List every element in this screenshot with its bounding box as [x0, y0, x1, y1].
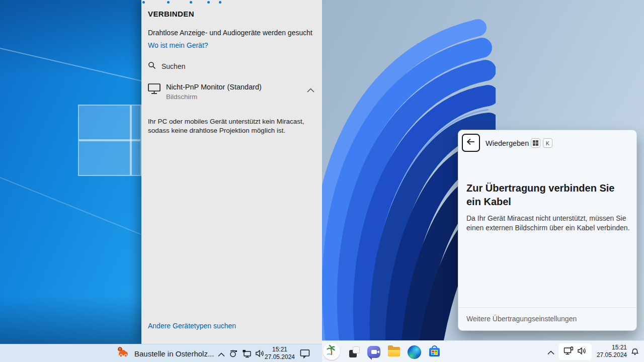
connect-panel: VERBINDEN Drahtlose Anzeige- und Audioge… [141, 0, 322, 344]
notification-bell-icon[interactable] [630, 347, 639, 358]
chat-icon [367, 346, 380, 358]
search-field[interactable]: Suchen [148, 61, 185, 71]
connect-panel-title: VERBINDEN [148, 10, 194, 18]
tray-display-icon[interactable] [229, 349, 238, 360]
network-icon[interactable] [242, 349, 252, 360]
clock-date: 27.05.2024 [264, 353, 295, 361]
device-type: Bildschirm [166, 93, 197, 101]
tray-expand-chevron-icon[interactable] [218, 350, 225, 359]
progress-dot [207, 1, 210, 4]
win11-desktop: Wiedergeben K Zur Übertragung verbinden … [322, 0, 644, 362]
network-volume-button[interactable] [558, 343, 592, 360]
chat-button[interactable] [365, 343, 382, 360]
progress-dots [141, 1, 322, 4]
file-explorer-button[interactable] [385, 343, 403, 360]
connect-status-text: Drahtlose Anzeige- und Audiogeräte werde… [148, 29, 312, 37]
cast-footer: Weitere Übertragungseinstellungen [458, 307, 636, 330]
microsoft-store-button[interactable] [426, 343, 443, 360]
windows-key-badge [531, 138, 540, 148]
news-widget-button[interactable]: ! Baustelle in Osterholz... [114, 344, 217, 362]
light-beam [0, 177, 154, 240]
back-button[interactable] [462, 134, 480, 152]
k-key-badge: K [543, 138, 552, 148]
news-widget-label: Baustelle in Osterholz... [134, 349, 214, 358]
chevron-up-icon[interactable] [307, 85, 314, 95]
cast-heading: Zur Übertragung verbinden Sie ein Kabel [466, 182, 630, 209]
clock[interactable]: 15:21 27.05.2024 [264, 346, 295, 361]
windows-key-icon [533, 140, 538, 146]
progress-dot [142, 1, 145, 4]
win11-taskbar: 15:21 27.05.2024 [322, 340, 644, 362]
win10-desktop: VERBINDEN Drahtlose Anzeige- und Audioge… [0, 0, 322, 362]
clock-time: 15:21 [594, 344, 627, 351]
task-view-button[interactable] [345, 343, 362, 360]
traffic-car-icon: ! [117, 346, 129, 360]
search-button[interactable] [323, 343, 340, 360]
light-beam [0, 48, 147, 82]
search-placeholder: Suchen [162, 62, 185, 70]
windows-logo-pane [78, 105, 141, 176]
clock-time: 15:21 [264, 346, 295, 353]
volume-icon [577, 346, 587, 357]
volume-icon[interactable] [255, 349, 265, 360]
other-device-types-link[interactable]: Andere Gerätetypen suchen [148, 322, 236, 330]
pane-divider [79, 139, 140, 141]
palm-tree-icon [326, 344, 338, 358]
monitor-icon [148, 83, 161, 97]
svg-text:!: ! [119, 347, 121, 351]
edge-browser-button[interactable] [406, 343, 423, 360]
more-cast-settings-link[interactable]: Weitere Übertragungseinstellungen [466, 315, 577, 323]
find-device-link[interactable]: Wo ist mein Gerät? [148, 41, 208, 49]
action-center-icon[interactable] [300, 349, 310, 360]
progress-dot [167, 1, 170, 4]
search-icon [148, 61, 156, 71]
cast-panel-title: Wiedergeben [486, 139, 529, 147]
device-name: Nicht-PnP Monitor (Standard) [166, 83, 262, 91]
tray-expand-chevron-icon[interactable] [547, 348, 554, 357]
cast-body-text: Da Ihr Gerät Miracast nicht unterstützt,… [466, 214, 630, 233]
clock-date: 27.05.2024 [594, 351, 627, 359]
network-icon [564, 346, 574, 357]
screen: VERBINDEN Drahtlose Anzeige- und Audioge… [0, 0, 644, 362]
progress-dot [190, 1, 192, 4]
device-list-item[interactable]: Nicht-PnP Monitor (Standard) Bildschirm [148, 81, 315, 103]
back-arrow-icon [466, 138, 475, 147]
miracast-message: Ihr PC oder mobiles Gerät unterstützt ke… [148, 117, 318, 135]
edge-icon [408, 345, 421, 359]
win10-taskbar: ! Baustelle in Osterholz... [0, 344, 322, 362]
progress-dot [219, 1, 221, 4]
clock[interactable]: 15:21 27.05.2024 [594, 344, 627, 359]
video-camera-icon [371, 350, 377, 354]
cast-panel: Wiedergeben K Zur Übertragung verbinden … [458, 130, 637, 331]
